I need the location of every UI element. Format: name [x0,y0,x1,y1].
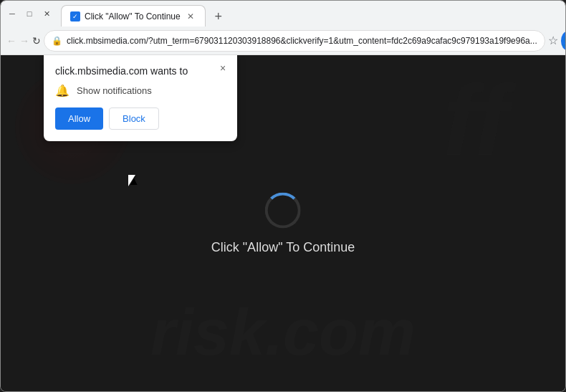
title-bar: ─ □ ✕ Click "Allow" To Continue ✕ + [1,1,565,27]
back-button[interactable]: ← [6,31,16,51]
minimize-button[interactable]: ─ [6,8,18,19]
center-content: Click "Allow" To Continue [211,192,355,254]
bell-icon: 🔔 [55,84,69,97]
close-button[interactable]: ✕ [41,8,52,19]
window-controls: ─ □ ✕ [6,8,52,19]
maximize-button[interactable]: □ [24,8,35,19]
toolbar: ← → ↻ 🔒 click.mbsimedia.com/?utm_term=67… [1,27,565,55]
active-tab[interactable]: Click "Allow" To Continue ✕ [61,5,206,27]
address-text: click.mbsimedia.com/?utm_term=6790311203… [67,36,537,46]
tab-bar: Click "Allow" To Continue ✕ + [61,1,560,27]
new-tab-button[interactable]: + [208,6,229,27]
tab-close-button[interactable]: ✕ [185,11,196,22]
page-content: ff risk.com Click "Allow" To Continue × … [1,55,565,391]
forward-button[interactable]: → [19,31,29,51]
dialog-close-button[interactable]: × [216,61,230,75]
continue-text: Click "Allow" To Continue [211,239,355,254]
notification-dialog: × click.mbsimedia.com wants to 🔔 Show no… [44,55,237,141]
tab-label: Click "Allow" To Continue [85,11,181,21]
dialog-title: click.mbsimedia.com wants to [55,65,226,77]
dialog-buttons: Allow Block [55,107,226,130]
profile-button[interactable]: 👤 [561,32,566,50]
loading-spinner [265,192,301,228]
lock-icon: 🔒 [52,36,62,46]
browser-window: ─ □ ✕ Click "Allow" To Continue ✕ + ← → … [0,0,566,392]
notification-row: 🔔 Show notifications [55,84,226,97]
watermark-ff: ff [443,62,508,178]
refresh-button[interactable]: ↻ [32,31,41,51]
notification-permission-label: Show notifications [77,85,152,96]
allow-button[interactable]: Allow [55,107,103,130]
tab-favicon [70,11,80,21]
bookmark-button[interactable]: ☆ [548,31,558,51]
watermark-risk: risk.com [150,296,416,370]
address-bar[interactable]: 🔒 click.mbsimedia.com/?utm_term=67903112… [44,30,545,52]
block-button[interactable]: Block [109,107,159,130]
